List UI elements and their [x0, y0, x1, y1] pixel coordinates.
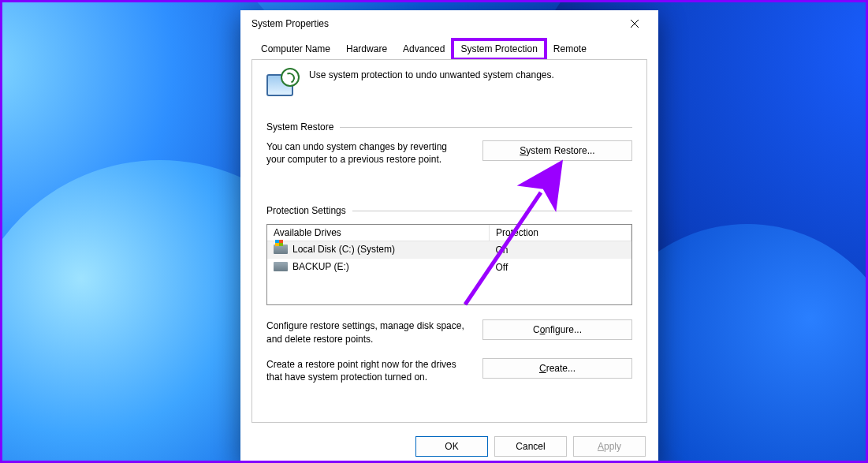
tab-panel: Use system protection to undo unwanted s…: [251, 59, 647, 423]
protection-settings-group-label: Protection Settings: [266, 205, 632, 216]
window-title: System Properties: [251, 18, 617, 29]
intro-text: Use system protection to undo unwanted s…: [309, 69, 554, 80]
system-restore-button[interactable]: System Restore...: [482, 140, 632, 161]
drive-icon: [274, 245, 288, 254]
tab-computer-name[interactable]: Computer Name: [253, 39, 338, 59]
col-available-drives[interactable]: Available Drives: [267, 225, 490, 241]
tab-system-protection[interactable]: System Protection: [453, 39, 545, 59]
tab-advanced[interactable]: Advanced: [395, 39, 453, 59]
system-restore-desc: You can undo system changes by reverting…: [266, 140, 467, 166]
tab-remote[interactable]: Remote: [546, 39, 594, 59]
create-button[interactable]: Create...: [482, 358, 632, 379]
dialog-button-bar: OK Cancel Apply: [240, 429, 658, 463]
ok-button[interactable]: OK: [415, 436, 488, 457]
drive-icon: [274, 262, 288, 271]
system-protection-icon: [266, 69, 298, 101]
tab-hardware[interactable]: Hardware: [338, 39, 395, 59]
tab-strip: Computer Name Hardware Advanced System P…: [240, 37, 658, 59]
cancel-button[interactable]: Cancel: [494, 436, 567, 457]
drives-table: Available Drives Protection Local Disk (…: [266, 224, 632, 305]
table-row[interactable]: Local Disk (C:) (System) On: [267, 241, 631, 260]
col-protection[interactable]: Protection: [490, 225, 631, 241]
configure-desc: Configure restore settings, manage disk …: [266, 319, 467, 345]
table-row[interactable]: BACKUP (E:) Off: [267, 259, 631, 276]
apply-button[interactable]: Apply: [573, 436, 646, 457]
titlebar: System Properties: [240, 10, 658, 37]
create-desc: Create a restore point right now for the…: [266, 358, 467, 383]
configure-button[interactable]: Configure...: [482, 319, 632, 340]
system-properties-dialog: System Properties Computer Name Hardware…: [240, 10, 658, 463]
close-icon[interactable]: [617, 12, 652, 35]
system-restore-group-label: System Restore: [266, 121, 632, 133]
